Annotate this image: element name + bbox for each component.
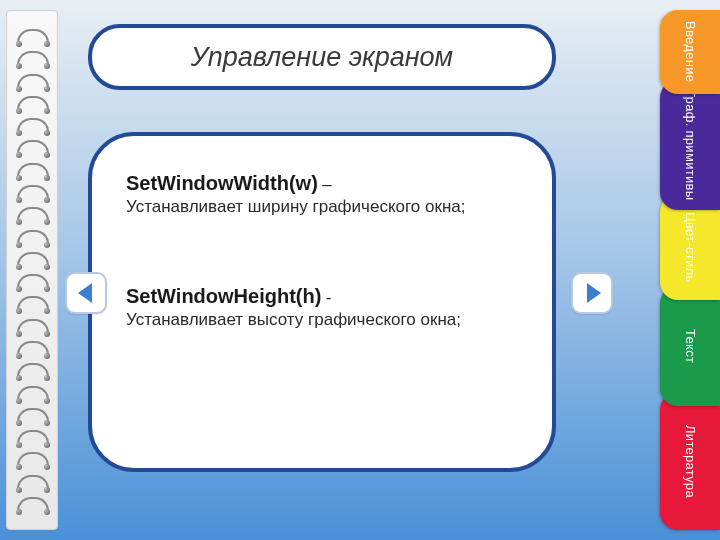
separator: – <box>322 175 331 194</box>
spiral-ring <box>17 29 49 43</box>
function-name: SetWindowHeight(h) <box>126 285 321 307</box>
tab-label: Текст <box>683 329 698 363</box>
tab-label: Цвет-стиль <box>683 212 698 283</box>
prev-button[interactable] <box>65 272 107 314</box>
spiral-ring <box>17 118 49 132</box>
function-item: SetWindowHeight(h) - Устанавливает высот… <box>126 285 518 330</box>
spiral-ring <box>17 163 49 177</box>
spiral-ring <box>17 319 49 333</box>
spiral-ring <box>17 363 49 377</box>
page-title: Управление экраном <box>191 42 453 73</box>
function-description: Устанавливает ширину графического окна; <box>126 197 518 217</box>
spiral-ring <box>17 51 49 65</box>
spiral-ring <box>17 296 49 310</box>
spiral-ring <box>17 497 49 511</box>
tab-primitives[interactable]: Граф. примитивы <box>660 80 720 210</box>
spiral-ring <box>17 185 49 199</box>
tab-label: Граф. примитивы <box>683 90 698 200</box>
tab-label: Введение <box>683 21 698 82</box>
title-card: Управление экраном <box>88 24 556 90</box>
spiral-ring <box>17 252 49 266</box>
function-item: SetWindowWidth(w) – Устанавливает ширину… <box>126 172 518 217</box>
spiral-ring <box>17 452 49 466</box>
spiral-ring <box>17 140 49 154</box>
spiral-ring <box>17 430 49 444</box>
tab-text[interactable]: Текст <box>660 286 720 406</box>
function-name: SetWindowWidth(w) <box>126 172 318 194</box>
spiral-ring <box>17 475 49 489</box>
chevron-left-icon <box>78 283 92 303</box>
spiral-ring <box>17 230 49 244</box>
chevron-right-icon <box>587 283 601 303</box>
content-card: SetWindowWidth(w) – Устанавливает ширину… <box>88 132 556 472</box>
spiral-binding <box>6 10 58 530</box>
function-description: Устанавливает высоту графического окна; <box>126 310 518 330</box>
tab-label: Литература <box>683 425 698 498</box>
side-tabs: Введение Граф. примитивы Цвет-стиль Текс… <box>650 8 720 532</box>
next-button[interactable] <box>571 272 613 314</box>
spiral-ring <box>17 274 49 288</box>
spiral-ring <box>17 96 49 110</box>
spiral-ring <box>17 386 49 400</box>
spiral-ring <box>17 74 49 88</box>
separator: - <box>326 288 332 307</box>
spiral-ring <box>17 408 49 422</box>
tab-literature[interactable]: Литература <box>660 392 720 530</box>
spiral-ring <box>17 341 49 355</box>
spiral-ring <box>17 207 49 221</box>
tab-intro[interactable]: Введение <box>660 10 720 94</box>
